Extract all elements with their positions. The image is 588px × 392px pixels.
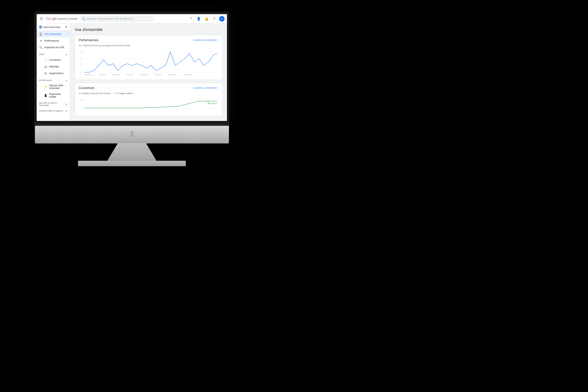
performances-chart: 12 8 4 0 <box>75 48 222 80</box>
chevron-up-icon: ∧ <box>66 53 68 56</box>
card-header: Couverture OUVRIR LE RAPPORT › <box>75 83 222 91</box>
apple-logo:  <box>130 130 133 138</box>
sidebar-item-ergonomie[interactable]: 📱 Ergonomie mobile <box>41 91 70 100</box>
trend-icon: ↗ <box>39 39 42 42</box>
user-avatar[interactable]: a <box>219 16 224 22</box>
search-bar[interactable]: 🔍 Inspecter n'importe quelle URL de 'htt… <box>80 16 154 22</box>
svg-text:4: 4 <box>80 64 81 66</box>
account-switch-icon[interactable]: 👤 <box>196 16 202 22</box>
section-label: Sécurité et actions manuelles <box>39 102 66 106</box>
svg-text:08/02/2021: 08/02/2021 <box>84 74 92 76</box>
open-report-link[interactable]: OUVRIR LE RAPPORT › <box>193 86 218 90</box>
svg-text:04/03/2021: 04/03/2021 <box>168 74 176 76</box>
property-url: https://www.//wwe <box>43 26 64 28</box>
help-icon[interactable]: ? <box>188 16 194 22</box>
section-label: Améliorations <box>39 79 52 81</box>
ameliorations-items: ⚡ Signaux Web essentiels 📱 Ergonomie mob… <box>37 82 70 100</box>
sidebar-section-index[interactable]: Index ∧ <box>37 51 70 57</box>
couverture-card: Couverture OUVRIR LE RAPPORT › 0 pages c… <box>75 83 222 116</box>
sidebar-item-suppressions[interactable]: ⊘ Suppressions <box>41 70 70 77</box>
google-wordmark: Google <box>46 17 57 21</box>
valid-legend-line <box>114 93 116 94</box>
card-title: Couverture <box>79 86 94 90</box>
sidebar-item-signaux[interactable]: ⚡ Signaux Web essentiels <box>41 82 70 91</box>
removal-icon: ⊘ <box>44 72 47 75</box>
notifications-icon[interactable]: 🔔 <box>204 16 210 22</box>
svg-text:16/02/2021: 16/02/2021 <box>112 74 120 76</box>
property-chevron-icon: ▼ <box>65 26 68 28</box>
svg-text:28/02/2021: 28/02/2021 <box>154 74 162 76</box>
searchconsole-wordmark: Search Console <box>58 17 77 20</box>
sidebar-item-label: Ergonomie mobile <box>49 93 68 98</box>
inspect-icon: 🔍 <box>39 46 42 49</box>
sidebar-item-inspection[interactable]: 🔍 Inspection de l'URL <box>37 44 70 51</box>
menu-icon[interactable]: ☰ <box>39 16 44 22</box>
card-subtitle: Total de 96 clics sur les pages de reche… <box>75 44 222 48</box>
section-label: Anciens outils et rapports <box>39 110 63 112</box>
sidebar-item-label: Couverture <box>49 58 61 61</box>
svg-text:30: 30 <box>80 99 82 100</box>
navbar: ☰ Google Search Console 🔍 Inspecter n'im… <box>37 14 227 24</box>
svg-text:20/02/2021: 20/02/2021 <box>126 74 134 76</box>
sidebar-item-label: Performances <box>44 40 59 42</box>
index-items: 📄 Couverture 📊 Sitemaps ⊘ Suppressions <box>37 57 70 77</box>
error-legend-line <box>79 93 81 94</box>
property-selector[interactable]: https://www.//wwe ▼ <box>37 24 70 31</box>
chevron-right-icon: › <box>217 38 218 42</box>
sidebar-item-couverture[interactable]: 📄 Couverture <box>41 57 70 63</box>
performances-card: Performances OUVRIR LE RAPPORT › Total d… <box>75 35 222 80</box>
sidebar: https://www.//wwe ▼ 🏠 Vue d'ensemble ↗ P… <box>37 24 70 121</box>
gsc-app: ☰ Google Search Console 🔍 Inspecter n'im… <box>37 14 227 121</box>
sidebar-item-sitemaps[interactable]: 📊 Sitemaps <box>41 63 70 70</box>
coverage-valid-line <box>84 101 217 108</box>
main-content: Vue d'ensemble Performances OUVRIR LE RA… <box>70 24 227 121</box>
mobile-icon: 📱 <box>44 94 47 97</box>
main-layout: https://www.//wwe ▼ 🏠 Vue d'ensemble ↗ P… <box>37 24 227 121</box>
svg-text:08/03/2021: 08/03/2021 <box>184 74 192 76</box>
error-legend: 0 pages contenant des erreurs <box>79 92 111 94</box>
chevron-down-icon: ∨ <box>66 102 68 106</box>
coverage-subtitle: 0 pages contenant des erreurs 27 pages v… <box>75 91 222 96</box>
sidebar-item-label: Vue d'ensemble <box>44 33 61 36</box>
svg-text:0: 0 <box>80 71 81 73</box>
search-icon: 🔍 <box>82 17 85 20</box>
card-title: Performances <box>79 38 98 42</box>
chevron-down-icon: ∨ <box>66 109 68 112</box>
coverage-icon: 📄 <box>44 58 47 62</box>
sidebar-item-vue[interactable]: 🏠 Vue d'ensemble <box>37 31 70 38</box>
card-header: Performances OUVRIR LE RAPPORT › <box>75 35 222 44</box>
sidebar-item-label: Suppressions <box>49 72 64 75</box>
couverture-chart: 30 <box>75 96 222 116</box>
sidebar-section-anciens[interactable]: Anciens outils et rapports ∨ <box>37 107 70 113</box>
app-logo: Google Search Console <box>46 17 77 21</box>
section-label: Index <box>39 53 44 56</box>
legend-line <box>79 45 82 46</box>
valid-legend: 27 pages valides <box>114 92 133 94</box>
sidebar-item-performances[interactable]: ↗ Performances <box>37 38 70 44</box>
vitals-icon: ⚡ <box>44 85 47 88</box>
navbar-actions: ? 👤 🔔 ⠿ a <box>188 16 224 22</box>
svg-text:24/02/2021: 24/02/2021 <box>140 74 148 76</box>
open-report-link[interactable]: OUVRIR LE RAPPORT › <box>193 38 218 42</box>
svg-text:12: 12 <box>80 50 82 52</box>
chevron-up-icon: ∧ <box>66 78 68 82</box>
search-placeholder-text: Inspecter n'importe quelle URL de 'https… <box>87 18 134 20</box>
svg-text:12/02/2021: 12/02/2021 <box>98 74 106 76</box>
sidebar-item-label: Sitemaps <box>49 65 59 68</box>
sidebar-item-label: Inspection de l'URL <box>44 46 65 49</box>
coverage-step <box>198 101 217 104</box>
page-title: Vue d'ensemble <box>75 28 222 32</box>
apps-icon[interactable]: ⠿ <box>211 16 218 22</box>
property-icon <box>39 26 42 28</box>
sidebar-item-label: Signaux Web essentiels <box>49 84 68 90</box>
performance-line <box>84 52 217 72</box>
chevron-right-icon: › <box>217 86 218 90</box>
sidebar-section-securite[interactable]: Sécurité et actions manuelles ∨ <box>37 100 70 107</box>
home-icon: 🏠 <box>39 32 42 36</box>
sidebar-section-ameliorations[interactable]: Améliorations ∧ <box>37 77 70 82</box>
svg-text:8: 8 <box>80 58 81 60</box>
sitemap-icon: 📊 <box>44 65 47 68</box>
